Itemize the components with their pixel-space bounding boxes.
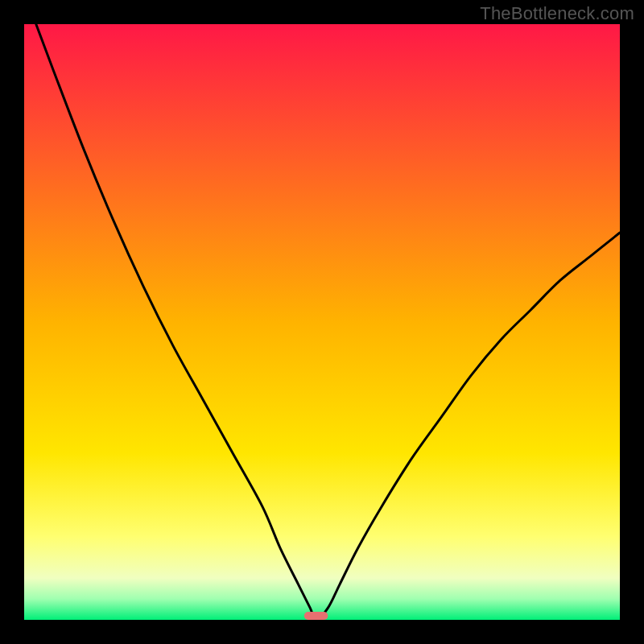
optimal-marker [304, 612, 328, 620]
chart-frame: TheBottleneck.com [0, 0, 644, 644]
plot-area [24, 24, 620, 620]
bottleneck-plot [0, 0, 644, 644]
watermark-text: TheBottleneck.com [480, 3, 634, 24]
